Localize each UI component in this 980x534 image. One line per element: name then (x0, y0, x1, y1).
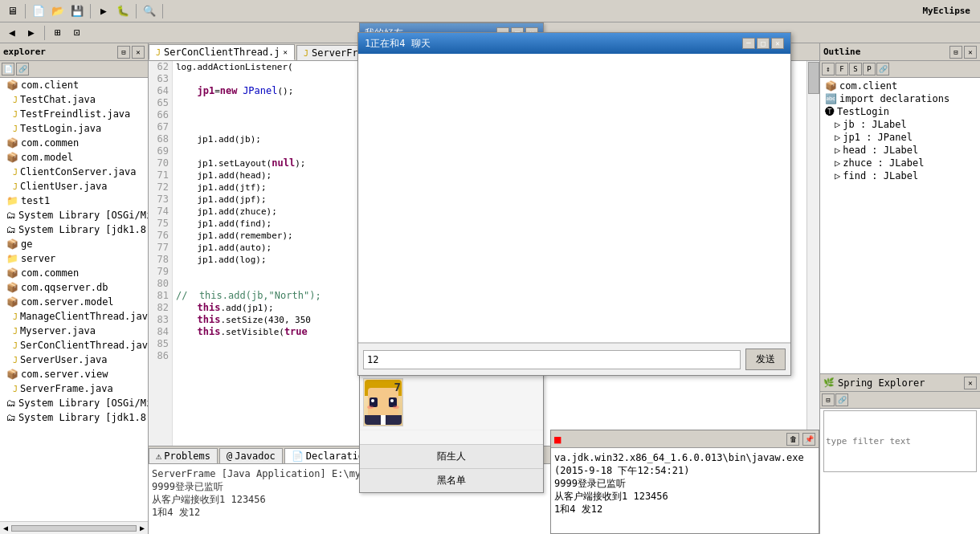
outline-hide-non-public-btn[interactable]: P (863, 63, 876, 75)
tree-item-com-server-view[interactable]: 📦com.server.view (0, 367, 148, 381)
link-editor-btn[interactable]: 🔗 (16, 63, 29, 75)
outline-label-head: head : JLabel (843, 145, 918, 156)
outline-label-jp1: jp1 : JPanel (843, 132, 913, 143)
friend-item-7[interactable]: 7 (360, 375, 543, 430)
outline-item-testlogin[interactable]: 🅣 TestLogin (822, 105, 978, 118)
field-icon-find: ▷ (835, 170, 840, 181)
chat-input-field[interactable] (363, 350, 741, 369)
tree-item-clientconserver[interactable]: JClientConServer.java (0, 165, 148, 179)
import-icon: 🔤 (825, 93, 837, 104)
tree-item-serveruser[interactable]: JServerUser.java (0, 353, 148, 367)
tab-javadoc[interactable]: @ Javadoc (219, 448, 283, 463)
editor-scrollbar[interactable] (806, 61, 819, 446)
tree-item-clientuser[interactable]: JClientUser.java (0, 179, 148, 194)
tree-item-manageclient[interactable]: JManageClientThread.java (0, 309, 148, 324)
outline-sort-btn[interactable]: ↕ (822, 63, 835, 75)
tree-item-serverframe[interactable]: JServerFrame.java (0, 381, 148, 396)
tree-item-com-commen[interactable]: 📦com.commen (0, 136, 148, 150)
chat-minimize-btn[interactable]: ─ (742, 38, 755, 49)
close-tab-sercon[interactable]: ✕ (284, 48, 288, 56)
outline-item-jb[interactable]: ▷ jb : JLabel (822, 118, 978, 131)
search-btn[interactable]: 🔍 (141, 2, 158, 20)
tree-scroll-right[interactable]: ▶ (140, 524, 145, 532)
close-explorer-btn[interactable]: ✕ (132, 46, 145, 59)
debug-btn[interactable]: 🐛 (114, 2, 132, 20)
open-btn[interactable]: 📂 (49, 2, 67, 20)
outline-label-jb: jb : JLabel (843, 119, 906, 130)
project-tree: 📦com.client JTestChat.java JTestFreindli… (0, 78, 148, 521)
outline-hide-fields-btn[interactable]: F (835, 63, 848, 75)
outline-actions: ⊟ ✕ (949, 46, 977, 59)
spring-explorer-panel: 🌿 Spring Explorer ✕ ⊟ 🔗 (820, 373, 980, 534)
friend-list-footer: 陌生人 黑名单 (360, 444, 543, 492)
console-pin-btn[interactable]: 📌 (802, 433, 815, 446)
outline-link-btn[interactable]: 🔗 (876, 63, 889, 75)
spring-explorer-content (820, 474, 980, 534)
outline-header: Outline ⊟ ✕ (820, 43, 980, 61)
tree-item-test1[interactable]: 📁test1 (0, 194, 148, 208)
tree-item-server[interactable]: 📁server (0, 251, 148, 266)
tab-problems[interactable]: ⚠ Problems (149, 448, 218, 463)
field-icon-zhuce: ▷ (835, 157, 840, 169)
tab-sercon[interactable]: J SerConClientThread.j ✕ (149, 44, 295, 60)
sep4 (162, 4, 163, 18)
sep2 (90, 4, 91, 18)
app-title: MyEclipse (922, 6, 977, 16)
strangers-btn[interactable]: 陌生人 (360, 444, 543, 468)
tree-item-com-commen2[interactable]: 📦com.commen (0, 266, 148, 280)
tree-item-com-model[interactable]: 📦com.model (0, 150, 148, 165)
outline-item-com-client[interactable]: 📦 com.client (822, 79, 978, 92)
outline-close-btn[interactable]: ✕ (964, 46, 977, 59)
console-output: va.jdk.win32.x86_64_1.6.0.013\bin\javaw.… (551, 448, 819, 533)
tree-item-syslib-jdk[interactable]: 🗂System Library [jdk1.8.0_25] (0, 222, 148, 237)
spring-collapse-btn[interactable]: ⊟ (822, 393, 835, 406)
spring-explorer-title: Spring Explorer (838, 377, 925, 389)
spring-link-btn[interactable]: 🔗 (835, 393, 848, 406)
outline-item-head[interactable]: ▷ head : JLabel (822, 144, 978, 157)
run-btn[interactable]: ▶ (95, 2, 112, 20)
new-resource-btn[interactable]: 📄 (2, 63, 14, 75)
field-icon-jb: ▷ (835, 119, 840, 130)
tree-item-syslib-osgi[interactable]: 🗂System Library [OSGi/Minim (0, 208, 148, 222)
outline-collapse-btn[interactable]: ⊟ (949, 46, 962, 59)
maximize-btn[interactable]: ⊡ (68, 24, 86, 42)
blacklist-btn[interactable]: 黑名单 (360, 468, 543, 492)
save-btn[interactable]: 💾 (68, 2, 86, 20)
outline-item-imports[interactable]: 🔤 import declarations (822, 92, 978, 105)
outline-item-jp1[interactable]: ▷ jp1 : JPanel (822, 131, 978, 144)
send-message-btn[interactable]: 发送 (745, 349, 786, 370)
new-btn[interactable]: 📄 (30, 2, 47, 20)
tree-item-com-server-model[interactable]: 📦com.server.model (0, 295, 148, 309)
tree-item-testlogin[interactable]: JTestLogin.java (0, 121, 148, 136)
tree-item-com-qqserver-db[interactable]: 📦com.qqserver.db (0, 280, 148, 295)
console-header: ■ 🗑 📌 (551, 430, 819, 448)
chat-title: 1正在和4 聊天 (365, 37, 431, 51)
tree-scroll-left[interactable]: ◀ (3, 524, 8, 532)
tree-item-testfreindlist[interactable]: JTestFreindlist.java (0, 107, 148, 121)
chat-maximize-btn[interactable]: □ (757, 38, 770, 49)
right-panel: Outline ⊟ ✕ ↕ F S P 🔗 📦 com.client 🔤 imp… (819, 43, 980, 534)
tree-item-syslib-osgi2[interactable]: 🗂System Library [OSGi/Minim (0, 396, 148, 410)
tree-item-syslib-jdk2[interactable]: 🗂System Library [jdk1.8.0_25] (0, 410, 148, 425)
tab-sercon-label: SerConClientThread.j (164, 47, 280, 58)
spring-filter-input[interactable] (823, 410, 977, 472)
tree-item-myserver[interactable]: JMyserver.java (0, 324, 148, 338)
console-error-icon: ■ (554, 433, 561, 446)
chat-close-btn[interactable]: ✕ (771, 38, 784, 49)
spring-explorer-close-btn[interactable]: ✕ (964, 377, 977, 389)
tree-item-com-client[interactable]: 📦com.client (0, 78, 148, 92)
outline-item-find[interactable]: ▷ find : JLabel (822, 169, 978, 182)
tree-item-sercon[interactable]: JSerConClientThread.java (0, 338, 148, 353)
collapse-btn[interactable]: ⊟ (117, 46, 130, 59)
perspective-btn[interactable]: ⊞ (49, 24, 67, 42)
console-clear-btn[interactable]: 🗑 (786, 433, 799, 446)
tree-item-testchat[interactable]: JTestChat.java (0, 92, 148, 107)
console-out-2: 从客户端接收到1 123456 (554, 490, 815, 503)
outline-item-zhuce[interactable]: ▷ zhuce : JLabel (822, 157, 978, 169)
back-btn[interactable]: ◀ (3, 24, 21, 42)
outline-hide-static-btn[interactable]: S (849, 63, 862, 75)
forward-btn[interactable]: ▶ (22, 24, 40, 42)
left-panel: explorer ⊟ ✕ 📄 🔗 📦com.client JTestChat.j… (0, 43, 149, 534)
chat-titlebar: 1正在和4 聊天 ─ □ ✕ (358, 33, 790, 54)
tree-item-ge[interactable]: 📦ge (0, 237, 148, 251)
